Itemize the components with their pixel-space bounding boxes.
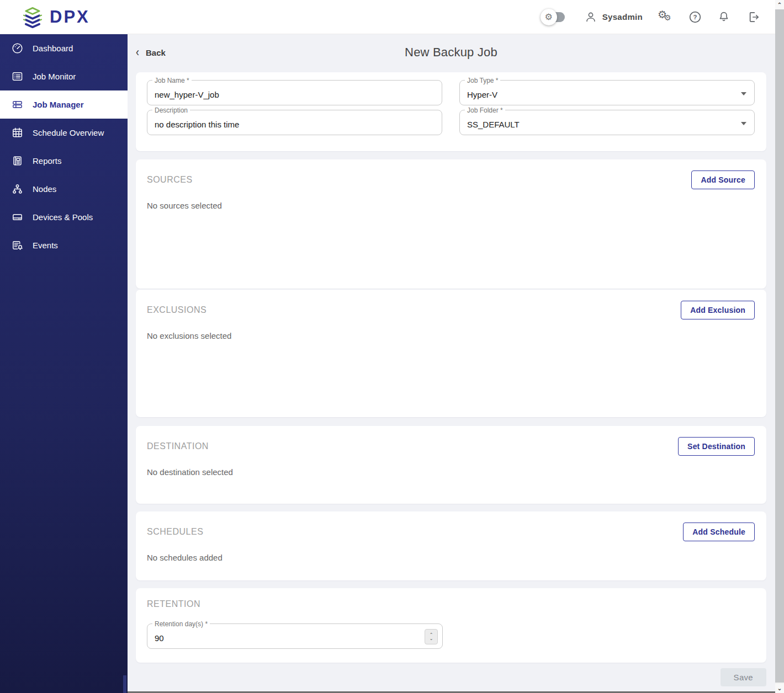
main-content: ‹ Back New Backup Job Job Name * Job Typ… [128,34,775,693]
job-type-value: Hyper-V [460,81,754,99]
devices-icon [10,211,24,224]
question-circle-icon: ? [688,10,702,24]
sidebar-item-schedule-overview[interactable]: Schedule Overview [0,119,128,147]
schedules-empty-text: No schedules added [147,553,755,562]
sources-empty-text: No sources selected [147,201,755,210]
logo-text: DPX [50,7,90,27]
description-label: Description [152,106,190,114]
sidebar-scrollbar-thumb[interactable] [123,675,126,693]
system-settings-button[interactable]: ⚙ ⚙ [658,10,673,24]
logout-button[interactable] [745,10,760,24]
sidebar-item-dashboard[interactable]: Dashboard [0,34,128,62]
retention-days-field[interactable]: Retention day(s) * ⌃ ⌄ [147,623,443,649]
stepper-down-icon[interactable]: ⌄ [430,637,433,641]
user-name: Sysadmin [602,12,643,22]
nodes-icon [10,183,24,196]
gear-toggle-icon: ⚙ [541,9,557,25]
scroll-up-arrow-icon[interactable]: ⌃ [775,0,784,9]
header-actions: ⚙ Sysadmin ⚙ ⚙ ? [541,10,775,24]
svg-text:?: ? [693,14,697,20]
sidebar-item-job-monitor[interactable]: Job Monitor [0,62,128,90]
schedules-section: SCHEDULES Add Schedule No schedules adde… [136,511,766,580]
job-type-label: Job Type * [465,77,500,84]
help-button[interactable]: ? [688,10,702,24]
job-folder-label: Job Folder * [465,106,505,114]
back-label: Back [146,48,166,57]
dpx-logo: DPX [0,6,90,28]
job-folder-field[interactable]: Job Folder * SS_DEFAULT [459,110,755,135]
sidebar-item-label: Dashboard [33,44,73,53]
sidebar-item-label: Job Manager [33,100,84,109]
events-icon [10,239,24,252]
sidebar-item-label: Reports [33,156,62,166]
set-destination-button[interactable]: Set Destination [678,437,755,456]
notifications-button[interactable] [717,10,730,24]
sidebar-item-nodes[interactable]: Nodes [0,175,128,203]
person-icon [584,10,597,24]
chevron-down-icon [741,92,746,95]
sidebar-item-reports[interactable]: Reports [0,147,128,175]
exclusions-section: EXCLUSIONS Add Exclusion No exclusions s… [136,290,766,417]
sidebar-item-label: Events [33,241,58,250]
chevron-down-icon [741,122,746,125]
schedule-icon [10,126,24,140]
schedules-title: SCHEDULES [147,527,203,537]
description-field[interactable]: Description [147,110,442,135]
scroll-down-arrow-icon[interactable]: ⌄ [775,684,784,693]
add-exclusion-button[interactable]: Add Exclusion [681,301,755,319]
top-header: DPX ⚙ Sysadmin ⚙ ⚙ ? [0,0,775,34]
page-title: New Backup Job [405,45,497,60]
job-name-field[interactable]: Job Name * [147,80,442,105]
dashboard-icon [10,42,24,55]
sources-title: SOURCES [147,175,193,185]
reports-icon [10,154,24,168]
job-manager-icon [10,98,24,111]
job-name-label: Job Name * [152,77,192,84]
job-settings-card: Job Name * Job Type * Hyper-V Descriptio… [136,72,766,151]
sidebar-item-devices-pools[interactable]: Devices & Pools [0,203,128,231]
job-type-field[interactable]: Job Type * Hyper-V [459,80,755,105]
user-menu[interactable]: Sysadmin [584,10,643,24]
destination-empty-text: No destination selected [147,467,755,477]
destination-section: DESTINATION Set Destination No destinati… [136,426,766,504]
sidebar-item-label: Nodes [33,184,56,194]
add-source-button[interactable]: Add Source [691,170,755,189]
bell-icon [717,10,730,24]
exclusions-empty-text: No exclusions selected [147,331,755,340]
settings-toggle[interactable]: ⚙ [541,12,565,23]
retention-days-label: Retention day(s) * [152,620,210,628]
vertical-scrollbar[interactable]: ⌃ ⌄ [775,0,784,693]
destination-title: DESTINATION [147,441,209,451]
logout-icon [745,10,760,24]
job-monitor-icon [10,70,24,83]
sidebar-item-label: Job Monitor [33,72,76,81]
retention-section: RETENTION Retention day(s) * ⌃ ⌄ [136,588,766,663]
scrollbar-thumb[interactable] [775,9,784,683]
app-window: ⌃ ⌄ DPX ⚙ [0,0,784,693]
back-button[interactable]: ‹ Back [136,47,166,58]
sidebar-nav: Dashboard Job Monitor [0,34,128,693]
sidebar-item-label: Devices & Pools [33,212,93,222]
add-schedule-button[interactable]: Add Schedule [683,523,755,541]
sidebar-item-label: Schedule Overview [33,128,104,137]
number-stepper[interactable]: ⌃ ⌄ [425,629,438,644]
chevron-left-icon: ‹ [136,45,139,60]
page-header: ‹ Back New Backup Job [136,44,766,61]
retention-title: RETENTION [147,599,755,609]
sidebar-item-events[interactable]: Events [0,231,128,259]
double-gear-icon-small: ⚙ [664,13,671,22]
save-button[interactable]: Save [721,668,766,686]
dpx-layers-icon [21,6,44,28]
exclusions-title: EXCLUSIONS [147,305,206,315]
sources-section: SOURCES Add Source No sources selected [136,159,766,289]
sidebar-item-job-manager[interactable]: Job Manager [0,90,128,119]
